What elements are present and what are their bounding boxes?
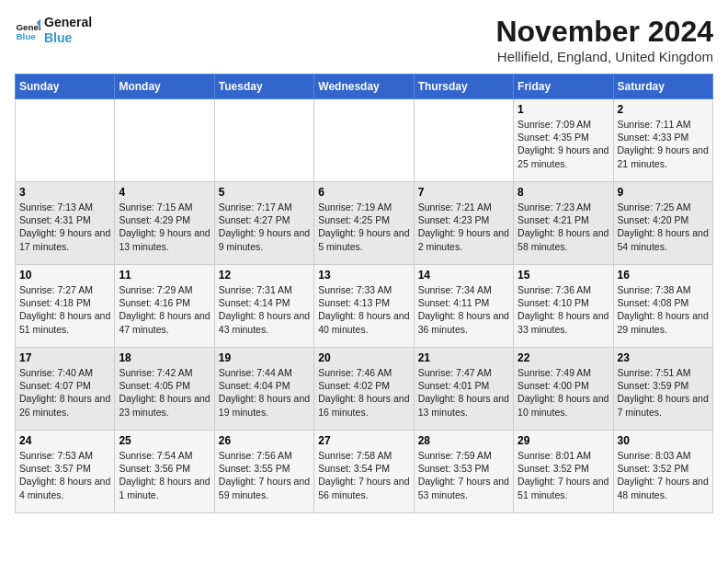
day-number: 1 [518, 103, 609, 116]
header-day-friday: Friday [514, 75, 613, 99]
day-number: 17 [19, 351, 110, 364]
calendar-week-4: 24Sunrise: 7:53 AM Sunset: 3:57 PM Dayli… [16, 431, 713, 513]
day-info: Sunrise: 7:31 AM Sunset: 4:14 PM Dayligh… [219, 283, 310, 336]
calendar-week-0: 1Sunrise: 7:09 AM Sunset: 4:35 PM Daylig… [16, 99, 713, 182]
day-info: Sunrise: 7:33 AM Sunset: 4:13 PM Dayligh… [318, 283, 409, 336]
day-number: 13 [318, 269, 409, 282]
day-info: Sunrise: 7:21 AM Sunset: 4:23 PM Dayligh… [418, 201, 509, 253]
calendar-cell: 24Sunrise: 7:53 AM Sunset: 3:57 PM Dayli… [16, 431, 115, 513]
day-info: Sunrise: 7:25 AM Sunset: 4:20 PM Dayligh… [618, 201, 709, 253]
day-info: Sunrise: 8:03 AM Sunset: 3:52 PM Dayligh… [618, 449, 709, 501]
day-number: 9 [618, 186, 709, 199]
day-number: 26 [219, 434, 310, 447]
calendar-subtitle: Hellifield, England, United Kingdom [495, 49, 713, 64]
calendar-cell: 13Sunrise: 7:33 AM Sunset: 4:13 PM Dayli… [314, 265, 414, 348]
calendar-cell: 2Sunrise: 7:11 AM Sunset: 4:33 PM Daylig… [613, 99, 712, 182]
calendar-cell: 16Sunrise: 7:38 AM Sunset: 4:08 PM Dayli… [613, 265, 712, 348]
calendar-cell: 6Sunrise: 7:19 AM Sunset: 4:25 PM Daylig… [314, 182, 414, 265]
header-day-wednesday: Wednesday [314, 75, 414, 99]
day-number: 10 [19, 269, 110, 282]
calendar-cell [414, 99, 513, 182]
calendar-cell: 26Sunrise: 7:56 AM Sunset: 3:55 PM Dayli… [214, 431, 313, 513]
calendar-header: SundayMondayTuesdayWednesdayThursdayFrid… [16, 75, 713, 99]
logo-blue: Blue [44, 30, 92, 46]
day-info: Sunrise: 7:13 AM Sunset: 4:31 PM Dayligh… [19, 201, 110, 253]
day-info: Sunrise: 7:51 AM Sunset: 3:59 PM Dayligh… [618, 366, 709, 419]
calendar-cell: 18Sunrise: 7:42 AM Sunset: 4:05 PM Dayli… [115, 348, 214, 431]
day-info: Sunrise: 7:17 AM Sunset: 4:27 PM Dayligh… [219, 201, 310, 253]
day-number: 3 [19, 186, 110, 199]
calendar-week-3: 17Sunrise: 7:40 AM Sunset: 4:07 PM Dayli… [16, 348, 713, 431]
header-day-sunday: Sunday [16, 75, 115, 99]
day-info: Sunrise: 7:47 AM Sunset: 4:01 PM Dayligh… [418, 366, 509, 419]
day-number: 28 [418, 434, 509, 447]
calendar-cell: 30Sunrise: 8:03 AM Sunset: 3:52 PM Dayli… [613, 431, 712, 513]
calendar-cell: 29Sunrise: 8:01 AM Sunset: 3:52 PM Dayli… [514, 431, 613, 513]
day-number: 29 [518, 434, 609, 447]
day-info: Sunrise: 7:27 AM Sunset: 4:18 PM Dayligh… [19, 283, 110, 336]
calendar-cell: 20Sunrise: 7:46 AM Sunset: 4:02 PM Dayli… [314, 348, 414, 431]
calendar-cell: 12Sunrise: 7:31 AM Sunset: 4:14 PM Dayli… [214, 265, 313, 348]
day-info: Sunrise: 7:40 AM Sunset: 4:07 PM Dayligh… [19, 366, 110, 419]
day-info: Sunrise: 7:56 AM Sunset: 3:55 PM Dayligh… [219, 449, 310, 501]
day-number: 7 [418, 186, 509, 199]
calendar-cell: 23Sunrise: 7:51 AM Sunset: 3:59 PM Dayli… [613, 348, 712, 431]
calendar-cell: 4Sunrise: 7:15 AM Sunset: 4:29 PM Daylig… [115, 182, 214, 265]
calendar-cell: 21Sunrise: 7:47 AM Sunset: 4:01 PM Dayli… [414, 348, 513, 431]
calendar-body: 1Sunrise: 7:09 AM Sunset: 4:35 PM Daylig… [16, 99, 713, 513]
day-number: 23 [618, 351, 709, 364]
logo-general: General [44, 15, 92, 29]
header-day-thursday: Thursday [414, 75, 513, 99]
calendar-cell: 3Sunrise: 7:13 AM Sunset: 4:31 PM Daylig… [16, 182, 115, 265]
day-info: Sunrise: 7:34 AM Sunset: 4:11 PM Dayligh… [418, 283, 509, 336]
day-number: 20 [318, 351, 409, 364]
calendar-cell: 27Sunrise: 7:58 AM Sunset: 3:54 PM Dayli… [314, 431, 414, 513]
day-number: 4 [119, 186, 210, 199]
day-number: 22 [518, 351, 609, 364]
svg-text:Blue: Blue [16, 31, 36, 41]
day-info: Sunrise: 7:58 AM Sunset: 3:54 PM Dayligh… [318, 449, 409, 501]
calendar-title: November 2024 [495, 15, 713, 49]
day-info: Sunrise: 7:38 AM Sunset: 4:08 PM Dayligh… [618, 283, 709, 336]
calendar-week-2: 10Sunrise: 7:27 AM Sunset: 4:18 PM Dayli… [16, 265, 713, 348]
day-info: Sunrise: 7:29 AM Sunset: 4:16 PM Dayligh… [119, 283, 210, 336]
header-row: SundayMondayTuesdayWednesdayThursdayFrid… [16, 75, 713, 99]
day-number: 25 [119, 434, 210, 447]
day-info: Sunrise: 7:23 AM Sunset: 4:21 PM Dayligh… [518, 201, 609, 253]
day-number: 21 [418, 351, 509, 364]
calendar-cell: 1Sunrise: 7:09 AM Sunset: 4:35 PM Daylig… [514, 99, 613, 182]
day-number: 16 [618, 269, 709, 282]
day-number: 19 [219, 351, 310, 364]
calendar-cell [16, 99, 115, 182]
calendar-cell: 14Sunrise: 7:34 AM Sunset: 4:11 PM Dayli… [414, 265, 513, 348]
day-number: 27 [318, 434, 409, 447]
calendar-week-1: 3Sunrise: 7:13 AM Sunset: 4:31 PM Daylig… [16, 182, 713, 265]
calendar-cell: 22Sunrise: 7:49 AM Sunset: 4:00 PM Dayli… [514, 348, 613, 431]
day-number: 30 [618, 434, 709, 447]
calendar-cell: 19Sunrise: 7:44 AM Sunset: 4:04 PM Dayli… [214, 348, 313, 431]
calendar-cell: 15Sunrise: 7:36 AM Sunset: 4:10 PM Dayli… [514, 265, 613, 348]
day-number: 2 [618, 103, 709, 116]
day-info: Sunrise: 7:11 AM Sunset: 4:33 PM Dayligh… [618, 118, 709, 170]
calendar-cell: 11Sunrise: 7:29 AM Sunset: 4:16 PM Dayli… [115, 265, 214, 348]
calendar-cell: 28Sunrise: 7:59 AM Sunset: 3:53 PM Dayli… [414, 431, 513, 513]
logo: General Blue General Blue [15, 15, 92, 46]
day-info: Sunrise: 7:09 AM Sunset: 4:35 PM Dayligh… [518, 118, 609, 170]
calendar-cell: 25Sunrise: 7:54 AM Sunset: 3:56 PM Dayli… [115, 431, 214, 513]
calendar-cell: 9Sunrise: 7:25 AM Sunset: 4:20 PM Daylig… [613, 182, 712, 265]
day-number: 6 [318, 186, 409, 199]
logo-icon: General Blue [15, 17, 40, 43]
header-day-tuesday: Tuesday [214, 75, 313, 99]
day-number: 11 [119, 269, 210, 282]
day-info: Sunrise: 7:49 AM Sunset: 4:00 PM Dayligh… [518, 366, 609, 419]
header: General Blue General Blue November 2024 … [15, 15, 713, 64]
day-number: 5 [219, 186, 310, 199]
day-number: 18 [119, 351, 210, 364]
calendar-table: SundayMondayTuesdayWednesdayThursdayFrid… [15, 74, 713, 513]
day-number: 12 [219, 269, 310, 282]
day-info: Sunrise: 8:01 AM Sunset: 3:52 PM Dayligh… [518, 449, 609, 501]
calendar-cell: 10Sunrise: 7:27 AM Sunset: 4:18 PM Dayli… [16, 265, 115, 348]
day-info: Sunrise: 7:15 AM Sunset: 4:29 PM Dayligh… [119, 201, 210, 253]
day-info: Sunrise: 7:46 AM Sunset: 4:02 PM Dayligh… [318, 366, 409, 419]
calendar-cell: 7Sunrise: 7:21 AM Sunset: 4:23 PM Daylig… [414, 182, 513, 265]
